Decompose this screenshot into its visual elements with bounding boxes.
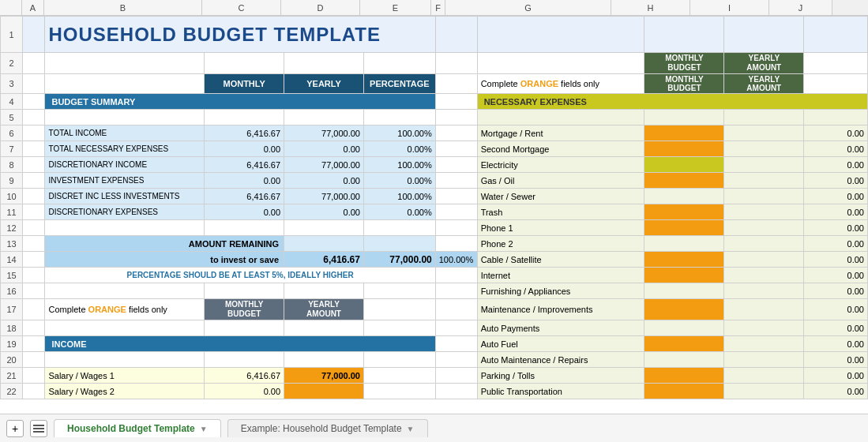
cell-h19-orange[interactable] — [644, 336, 724, 352]
cell-c10[interactable]: 6,416.67 — [205, 189, 284, 204]
cell-f5 — [435, 110, 477, 125]
cell-h11-orange[interactable] — [644, 204, 724, 220]
cell-f11 — [435, 204, 477, 220]
cell-d8[interactable]: 77,000.00 — [284, 157, 364, 173]
cell-d6[interactable]: 77,000.00 — [284, 125, 364, 141]
row-number-8: 8 — [1, 157, 23, 173]
table-row: 5 — [1, 110, 868, 125]
row-number-16: 16 — [1, 283, 23, 299]
cell-e10[interactable]: 100.00% — [363, 189, 435, 204]
cell-j1 — [804, 17, 868, 53]
cell-c2 — [205, 53, 284, 74]
cell-i17 — [724, 299, 804, 320]
cell-h2-monthly-budget: MONTHLYBUDGET — [644, 53, 724, 74]
fields-label-b17: fields only — [126, 305, 167, 314]
cell-c6[interactable]: 6,416.67 — [205, 125, 284, 141]
cell-c17-monthly-budget: MONTHLYBUDGET — [205, 299, 284, 320]
cell-b9: INVESTMENT EXPENSES — [45, 173, 205, 189]
table-row: 17 Complete ORANGE fields only MONTHLYBU… — [1, 299, 868, 320]
sheet-tab-active[interactable]: Household Budget Template ▼ — [54, 419, 221, 437]
cell-d2 — [284, 53, 364, 74]
cell-c21[interactable]: 6,416.67 — [205, 368, 284, 384]
page-title: HOUSEHOLD BUDGET TEMPLATE — [48, 24, 381, 45]
cell-c18 — [205, 320, 284, 336]
cell-d7[interactable]: 0.00 — [284, 141, 364, 157]
cell-h17-orange[interactable] — [644, 299, 724, 320]
table-row: 16 Furnishing / Appliances 0.00 — [1, 283, 868, 299]
cell-d22-orange[interactable] — [284, 384, 364, 399]
row-number-7: 7 — [1, 141, 23, 157]
main-content: 1 HOUSEHOLD BUDGET TEMPLATE 2 — [0, 16, 868, 414]
orange-text-b17: ORANGE — [88, 305, 126, 314]
cell-c11[interactable]: 0.00 — [205, 204, 284, 220]
row-number-12: 12 — [1, 220, 23, 236]
cell-b14-to-invest: to invest or save — [45, 252, 284, 268]
grid-area: 1 HOUSEHOLD BUDGET TEMPLATE 2 — [0, 16, 868, 414]
cell-d10[interactable]: 77,000.00 — [284, 189, 364, 204]
sheet-tab-active-label: Household Budget Template — [67, 423, 195, 434]
row-number-1: 1 — [1, 17, 23, 53]
cell-e6[interactable]: 100.00% — [363, 125, 435, 141]
cell-c9[interactable]: 0.00 — [205, 173, 284, 189]
cell-a2 — [23, 53, 45, 74]
cell-j13: 0.00 — [804, 236, 868, 252]
cell-d21-yearly-orange[interactable]: 77,000.00 — [284, 368, 364, 384]
cell-a3 — [23, 74, 45, 94]
cell-h15-orange[interactable] — [644, 268, 724, 283]
cell-f2 — [435, 53, 477, 74]
cell-b13-amount-remaining: AMOUNT REMAINING — [45, 236, 284, 252]
cell-i1 — [724, 17, 804, 53]
cell-a15 — [23, 268, 45, 283]
cell-a17 — [23, 299, 45, 320]
cell-h21-orange[interactable] — [644, 368, 724, 384]
cell-e13 — [363, 236, 435, 252]
cell-e20 — [363, 352, 435, 368]
cell-h7-orange[interactable] — [644, 141, 724, 157]
cell-b15-pct-note: PERCENTAGE SHOULD BE AT LEAST 5%, IDEALL… — [45, 268, 435, 283]
cell-e11[interactable]: 0.00% — [363, 204, 435, 220]
table-row: 10 DISCRET INC LESS INVESTMENTS 6,416.67… — [1, 189, 868, 204]
row-number-20: 20 — [1, 352, 23, 368]
sheet-tab-active-arrow: ▼ — [200, 425, 208, 433]
cell-title[interactable]: HOUSEHOLD BUDGET TEMPLATE — [45, 17, 435, 53]
cell-h6-mortgage-budget[interactable] — [644, 125, 724, 141]
sheet-tab-inactive-arrow: ▼ — [407, 425, 415, 433]
table-row: 13 AMOUNT REMAINING Phone 2 0.00 — [1, 236, 868, 252]
cell-h8-partial-orange[interactable] — [644, 157, 724, 173]
sheet-tab-inactive-label: Example: Household Budget Template — [241, 423, 402, 434]
add-sheet-button[interactable]: + — [6, 420, 24, 437]
table-row: 14 to invest or save 6,416.67 77,000.00 … — [1, 252, 868, 268]
cell-c16 — [205, 283, 284, 299]
cell-e5 — [363, 110, 435, 125]
cell-e9[interactable]: 0.00% — [363, 173, 435, 189]
cell-c8[interactable]: 6,416.67 — [205, 157, 284, 173]
cell-g18: Auto Payments — [477, 320, 644, 336]
cell-d11[interactable]: 0.00 — [284, 204, 364, 220]
cell-c22[interactable]: 0.00 — [205, 384, 284, 399]
cell-c7[interactable]: 0.00 — [205, 141, 284, 157]
cell-f12 — [435, 220, 477, 236]
cell-h14-orange[interactable] — [644, 252, 724, 268]
cell-e7[interactable]: 0.00% — [363, 141, 435, 157]
cell-i16 — [724, 283, 804, 299]
cell-f10 — [435, 189, 477, 204]
cell-h12-orange[interactable] — [644, 220, 724, 236]
bottom-bar: + Household Budget Template ▼ Example: H… — [0, 414, 868, 442]
cell-a9 — [23, 173, 45, 189]
cell-h22-orange[interactable] — [644, 384, 724, 399]
cell-a1[interactable] — [23, 17, 45, 53]
cell-e8[interactable]: 100.00% — [363, 157, 435, 173]
cell-d9[interactable]: 0.00 — [284, 173, 364, 189]
cell-a5 — [23, 110, 45, 125]
cell-d5 — [284, 110, 364, 125]
cell-e14-yearly[interactable]: 77,000.00 — [363, 252, 435, 268]
cell-j10: 0.00 — [804, 189, 868, 204]
sheet-menu-button[interactable] — [30, 420, 47, 437]
sheet-tab-inactive[interactable]: Example: Household Budget Template ▼ — [227, 419, 428, 437]
cell-e3-percentage: PERCENTAGE — [363, 74, 435, 94]
cell-d14-monthly[interactable]: 6,416.67 — [284, 252, 364, 268]
sheet-table: 1 HOUSEHOLD BUDGET TEMPLATE 2 — [0, 16, 868, 399]
cell-j2 — [804, 53, 868, 74]
cell-h9-orange[interactable] — [644, 173, 724, 189]
row-number-13: 13 — [1, 236, 23, 252]
